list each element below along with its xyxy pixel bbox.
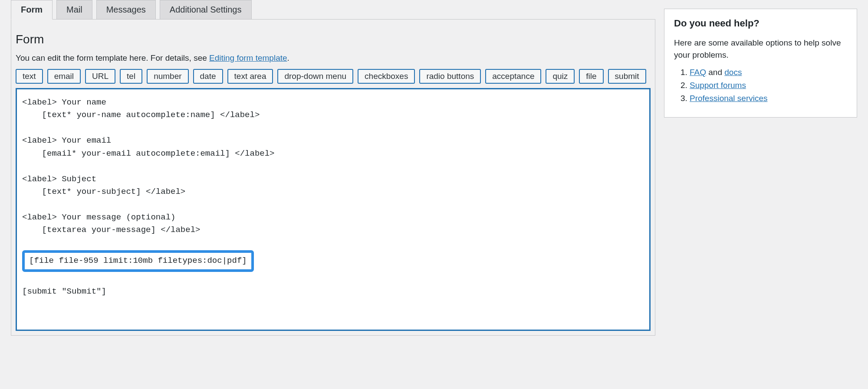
support-forums-link[interactable]: Support forums xyxy=(690,81,746,90)
professional-services-link[interactable]: Professional services xyxy=(690,94,768,103)
tag-btn-textarea[interactable]: text area xyxy=(227,69,273,84)
help-item-pro: Professional services xyxy=(690,94,847,103)
docs-link[interactable]: docs xyxy=(724,68,742,77)
panel-desc-text: You can edit the form template here. For… xyxy=(16,53,209,62)
tag-btn-checkboxes[interactable]: checkboxes xyxy=(358,69,415,84)
help-intro: Here are some available options to help … xyxy=(674,37,847,61)
tab-list: Form Mail Messages Additional Settings xyxy=(11,0,655,19)
tag-btn-submit[interactable]: submit xyxy=(608,69,646,84)
form-panel: Form You can edit the form template here… xyxy=(11,19,655,336)
tag-btn-tel[interactable]: tel xyxy=(120,69,142,84)
help-item-faq: FAQ and docs xyxy=(690,68,847,77)
help-item-support: Support forums xyxy=(690,81,847,90)
help-sidebar: Do you need help? Here are some availabl… xyxy=(664,9,857,118)
code-line: [text* your-name autocomplete:name] </la… xyxy=(22,110,260,120)
panel-description: You can edit the form template here. For… xyxy=(16,53,651,63)
panel-title: Form xyxy=(16,33,651,46)
tag-btn-dropdown[interactable]: drop-down menu xyxy=(277,69,353,84)
code-line: [textarea your-message] </label> xyxy=(22,225,200,235)
tag-btn-file[interactable]: file xyxy=(579,69,603,84)
code-line: <label> Subject xyxy=(22,174,96,184)
help-title: Do you need help? xyxy=(674,18,847,29)
form-template-editor[interactable]: <label> Your name [text* your-name autoc… xyxy=(16,88,651,331)
code-line: <label> Your name xyxy=(22,98,106,107)
help-list: FAQ and docs Support forums Professional… xyxy=(674,68,847,103)
highlighted-file-tag: [file file-959 limit:10mb filetypes:doc|… xyxy=(22,250,254,271)
faq-link[interactable]: FAQ xyxy=(690,68,706,77)
tag-btn-radio[interactable]: radio buttons xyxy=(419,69,481,84)
help-and-text: and xyxy=(706,68,724,77)
tag-btn-quiz[interactable]: quiz xyxy=(546,69,575,84)
tab-messages[interactable]: Messages xyxy=(96,0,156,19)
tag-button-row: text email URL tel number date text area… xyxy=(16,69,651,84)
tab-additional-settings[interactable]: Additional Settings xyxy=(160,0,252,19)
code-line: [text* your-subject] </label> xyxy=(22,187,185,196)
tag-btn-number[interactable]: number xyxy=(147,69,188,84)
editing-template-link[interactable]: Editing form template xyxy=(209,53,287,62)
tag-btn-email[interactable]: email xyxy=(47,69,81,84)
code-line: [email* your-email autocomplete:email] <… xyxy=(22,149,275,158)
code-line: [submit "Submit"] xyxy=(22,287,106,296)
panel-desc-post: . xyxy=(287,53,289,62)
tag-btn-date[interactable]: date xyxy=(193,69,223,84)
tag-btn-url[interactable]: URL xyxy=(85,69,115,84)
code-line: <label> Your email xyxy=(22,136,111,145)
tab-mail[interactable]: Mail xyxy=(56,0,92,19)
tag-btn-text[interactable]: text xyxy=(16,69,43,84)
code-line: <label> Your message (optional) xyxy=(22,212,175,222)
tag-btn-acceptance[interactable]: acceptance xyxy=(485,69,541,84)
tab-form[interactable]: Form xyxy=(11,0,53,20)
